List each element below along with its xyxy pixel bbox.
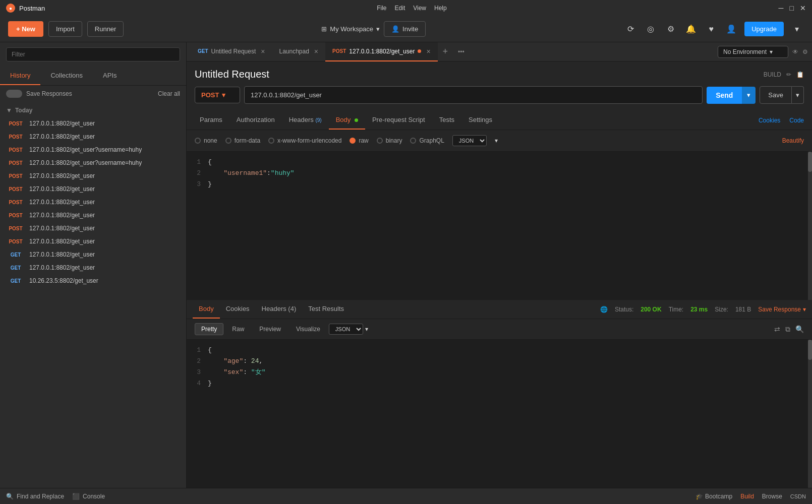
history-item-7[interactable]: POST 127.0.0.1:8802/get_user bbox=[0, 209, 186, 222]
environment-dropdown[interactable]: No Environment ▾ bbox=[718, 46, 788, 58]
resp-tab-body[interactable]: Body bbox=[193, 300, 220, 319]
fmt-tab-pretty[interactable]: Pretty bbox=[195, 323, 223, 335]
sidebar-tab-collections[interactable]: Collections bbox=[40, 67, 93, 85]
tab-authorization[interactable]: Authorization bbox=[229, 111, 282, 130]
editor-scrollbar[interactable] bbox=[808, 152, 812, 300]
resp-tab-test-results[interactable]: Test Results bbox=[302, 300, 350, 319]
url-input[interactable] bbox=[244, 86, 703, 104]
tab-close-icon[interactable]: × bbox=[426, 47, 430, 55]
option-raw[interactable]: raw bbox=[350, 137, 368, 144]
tab-headers[interactable]: Headers (9) bbox=[282, 111, 329, 130]
close-button[interactable]: ✕ bbox=[800, 4, 806, 12]
code-link[interactable]: Code bbox=[787, 112, 806, 129]
cookies-link[interactable]: Cookies bbox=[757, 112, 782, 129]
avatar-icon[interactable]: 👤 bbox=[724, 22, 738, 36]
history-item-2[interactable]: POST 127.0.0.1:8802/get_user?username=hu… bbox=[0, 143, 186, 156]
settings-env-icon[interactable]: ⚙ bbox=[802, 48, 808, 55]
menu-file[interactable]: File bbox=[377, 5, 386, 12]
history-item-4[interactable]: POST 127.0.0.1:8802/get_user bbox=[0, 169, 186, 182]
minimize-button[interactable]: ─ bbox=[779, 4, 784, 12]
sidebar-tab-apis[interactable]: APIs bbox=[93, 67, 127, 85]
tab-close-icon[interactable]: × bbox=[314, 47, 318, 55]
request-title-right: BUILD ✏ 📋 bbox=[764, 71, 804, 78]
history-item-10[interactable]: GET 127.0.0.1:8802/get_user bbox=[0, 248, 186, 261]
more-tabs-button[interactable]: ••• bbox=[453, 48, 470, 55]
tab-body[interactable]: Body bbox=[329, 111, 365, 130]
heart-icon[interactable]: ♥ bbox=[704, 22, 718, 36]
beautify-button[interactable]: Beautify bbox=[782, 137, 804, 144]
maximize-button[interactable]: □ bbox=[790, 4, 794, 12]
add-tab-button[interactable]: + bbox=[438, 46, 453, 57]
save-button[interactable]: Save bbox=[760, 86, 792, 104]
bell-icon[interactable]: 🔔 bbox=[684, 22, 698, 36]
tab-launchpad[interactable]: Launchpad × bbox=[272, 42, 325, 61]
menu-help[interactable]: Help bbox=[434, 5, 447, 12]
request-body-editor[interactable]: 1 { 2 "username1":"huhy" 3 } bbox=[187, 152, 812, 300]
tab-tests[interactable]: Tests bbox=[432, 111, 461, 130]
runner-button[interactable]: Runner bbox=[87, 21, 124, 37]
option-graphql[interactable]: GraphQL bbox=[410, 137, 444, 144]
import-button[interactable]: Import bbox=[48, 21, 82, 37]
find-replace-button[interactable]: 🔍 Find and Replace bbox=[6, 493, 64, 500]
option-form-data[interactable]: form-data bbox=[225, 137, 260, 144]
sync-icon[interactable]: ⟳ bbox=[623, 22, 637, 36]
history-url: 127.0.0.1:8802/get_user bbox=[29, 172, 95, 179]
copy-icon[interactable]: ⧉ bbox=[785, 325, 790, 334]
send-button[interactable]: Send bbox=[707, 87, 742, 104]
upgrade-button[interactable]: Upgrade bbox=[744, 22, 784, 36]
fmt-tab-visualize[interactable]: Visualize bbox=[289, 323, 327, 335]
save-response-button[interactable]: Save Response ▾ bbox=[758, 306, 806, 313]
tab-post-get-user[interactable]: POST 127.0.0.1:8802/get_user × bbox=[325, 42, 438, 61]
history-item-1[interactable]: POST 127.0.0.1:8802/get_user bbox=[0, 130, 186, 143]
history-item-12[interactable]: GET 10.26.23.5:8802/get_user bbox=[0, 274, 186, 287]
history-url: 127.0.0.1:8802/get_user bbox=[29, 251, 95, 258]
method-badge: GET bbox=[6, 265, 25, 271]
history-item-11[interactable]: GET 127.0.0.1:8802/get_user bbox=[0, 261, 186, 274]
history-item-5[interactable]: POST 127.0.0.1:8802/get_user bbox=[0, 182, 186, 196]
upgrade-chevron[interactable]: ▾ bbox=[790, 22, 804, 36]
invite-button[interactable]: 👤 Invite bbox=[384, 21, 426, 37]
build-button[interactable]: Build bbox=[740, 493, 754, 500]
new-button[interactable]: + New bbox=[8, 21, 43, 37]
save-dropdown[interactable]: ▾ bbox=[792, 86, 804, 104]
format-select[interactable]: JSON bbox=[452, 135, 487, 146]
history-item-0[interactable]: POST 127.0.0.1:8802/get_user bbox=[0, 117, 186, 130]
search-response-icon[interactable]: 🔍 bbox=[795, 325, 804, 333]
send-dropdown[interactable]: ▾ bbox=[742, 87, 756, 104]
radar-icon[interactable]: ◎ bbox=[644, 22, 658, 36]
history-item-8[interactable]: POST 127.0.0.1:8802/get_user bbox=[0, 222, 186, 235]
tab-params[interactable]: Params bbox=[193, 111, 229, 130]
clear-all-button[interactable]: Clear all bbox=[158, 90, 180, 97]
toggle-switch[interactable] bbox=[6, 90, 22, 98]
browse-button[interactable]: Browse bbox=[762, 493, 782, 500]
notes-icon[interactable]: 📋 bbox=[796, 71, 804, 78]
option-none[interactable]: none bbox=[195, 137, 217, 144]
tab-close-icon[interactable]: × bbox=[261, 47, 265, 55]
tab-get-untitled[interactable]: GET Untitled Request × bbox=[191, 42, 272, 61]
search-input[interactable] bbox=[6, 47, 180, 61]
fmt-tab-preview[interactable]: Preview bbox=[253, 323, 287, 335]
console-button[interactable]: ⬛ Console bbox=[72, 493, 105, 500]
edit-icon[interactable]: ✏ bbox=[786, 71, 791, 78]
resp-tab-cookies[interactable]: Cookies bbox=[220, 300, 256, 319]
fmt-tab-raw[interactable]: Raw bbox=[225, 323, 251, 335]
response-format-select[interactable]: JSON bbox=[329, 324, 363, 335]
tab-prerequest[interactable]: Pre-request Script bbox=[365, 111, 432, 130]
eye-icon[interactable]: 👁 bbox=[792, 48, 798, 55]
menu-edit[interactable]: Edit bbox=[395, 5, 405, 12]
history-item-9[interactable]: POST 127.0.0.1:8802/get_user bbox=[0, 235, 186, 248]
settings-icon[interactable]: ⚙ bbox=[664, 22, 678, 36]
history-item-3[interactable]: POST 127.0.0.1:8802/get_user?username=hu… bbox=[0, 156, 186, 169]
response-scrollbar[interactable] bbox=[808, 340, 812, 488]
menu-view[interactable]: View bbox=[413, 5, 426, 12]
wrap-icon[interactable]: ⇄ bbox=[774, 325, 780, 333]
method-selector[interactable]: POST ▾ bbox=[195, 87, 240, 103]
tab-settings[interactable]: Settings bbox=[461, 111, 499, 130]
option-urlencoded[interactable]: x-www-form-urlencoded bbox=[268, 137, 341, 144]
bootcamp-button[interactable]: 🎓 Bootcamp bbox=[695, 493, 732, 500]
resp-tab-headers[interactable]: Headers (4) bbox=[256, 300, 303, 319]
option-binary[interactable]: binary bbox=[377, 137, 402, 144]
history-item-6[interactable]: POST 127.0.0.1:8802/get_user bbox=[0, 196, 186, 209]
sidebar-tab-history[interactable]: History bbox=[0, 67, 40, 85]
workspace-switcher[interactable]: ⊞ My Workspace ▾ bbox=[321, 25, 380, 33]
